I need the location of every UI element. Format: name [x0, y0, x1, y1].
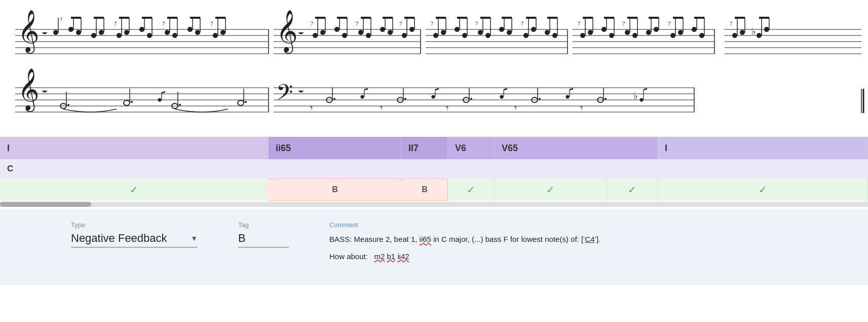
svg-point-200 [245, 101, 247, 103]
svg-text:7: 7 [668, 20, 671, 26]
svg-point-219 [432, 95, 435, 98]
svg-point-130 [580, 33, 585, 38]
svg-point-108 [507, 30, 512, 35]
svg-text:𝄾: 𝄾 [446, 106, 448, 110]
type-field-group: Type Negative Feedback ▼ [71, 221, 198, 247]
svg-point-136 [609, 33, 614, 38]
svg-point-175 [757, 33, 762, 38]
svg-point-103 [485, 33, 490, 38]
svg-text:𝄞: 𝄞 [18, 68, 40, 112]
svg-text:𝄞: 𝄞 [276, 10, 298, 54]
svg-text:♭: ♭ [751, 26, 756, 37]
svg-point-231 [566, 95, 570, 98]
comment-line2: How about: m2 b1 ii42 [329, 250, 600, 263]
underline-m2: m2 [374, 252, 385, 261]
type-dropdown[interactable]: Negative Feedback ▼ [71, 232, 198, 247]
dropdown-arrow-icon: ▼ [191, 234, 198, 242]
chord-row: I ii65 II7 V6 V65 I [0, 137, 868, 159]
svg-point-7 [53, 30, 58, 35]
svg-point-32 [165, 30, 170, 35]
svg-point-107 [499, 27, 504, 32]
svg-point-80 [409, 27, 414, 32]
svg-point-96 [455, 27, 460, 32]
svg-point-192 [131, 101, 133, 103]
svg-point-69 [366, 33, 371, 38]
svg-point-38 [195, 30, 200, 35]
feedback-cell-B1[interactable]: B [269, 178, 401, 201]
svg-point-15 [91, 33, 96, 38]
svg-point-218 [404, 98, 406, 100]
svg-point-225 [500, 95, 504, 98]
svg-point-57 [313, 33, 318, 38]
svg-point-238 [640, 98, 644, 101]
svg-point-157 [692, 27, 697, 32]
svg-point-21 [117, 33, 122, 38]
svg-point-170 [740, 30, 745, 35]
scrollbar-track[interactable] [0, 202, 868, 207]
svg-text:7: 7 [311, 20, 314, 26]
scrollbar-thumb[interactable] [0, 202, 91, 207]
feedback-cell-check5: ✓ [658, 178, 868, 201]
feedback-cell-B2[interactable]: B [401, 178, 448, 201]
svg-point-97 [462, 33, 467, 38]
underline-ii65: ii65 [420, 235, 431, 243]
underline-C4: C4 [585, 235, 594, 243]
svg-point-114 [531, 27, 536, 32]
key-row: C [0, 159, 868, 178]
svg-point-10 [68, 27, 73, 32]
svg-point-141 [625, 30, 630, 35]
key-cell-C[interactable]: C [0, 159, 868, 178]
svg-point-169 [732, 33, 737, 38]
feedback-row: ✓ B B ✓ ✓ ✓ ✓ [0, 178, 868, 201]
svg-point-63 [342, 33, 347, 38]
chord-cell-I2[interactable]: I [658, 137, 868, 159]
svg-point-27 [147, 33, 152, 38]
svg-point-189 [67, 104, 69, 106]
svg-point-212 [333, 98, 335, 100]
tag-value[interactable]: B [238, 232, 289, 247]
svg-point-44 [220, 30, 225, 35]
chord-cell-I1[interactable]: I [0, 137, 269, 159]
svg-point-142 [632, 33, 637, 38]
chord-cell-ii65[interactable]: ii65 [269, 137, 401, 159]
svg-point-118 [545, 30, 550, 35]
svg-point-37 [187, 27, 193, 32]
svg-point-146 [646, 30, 651, 35]
chord-cell-II7[interactable]: II7 [401, 137, 448, 159]
bottom-panel: Type Negative Feedback ▼ Tag B Comment B… [0, 209, 868, 285]
music-score: 𝄞 𝄻 7 7 [0, 0, 868, 137]
svg-point-58 [320, 30, 325, 35]
svg-text:7: 7 [162, 20, 165, 26]
svg-text:𝄾: 𝄾 [514, 106, 517, 110]
annotation-area: I ii65 II7 V6 V65 I C ✓ B [0, 137, 868, 201]
svg-text:𝄻: 𝄻 [298, 32, 304, 34]
svg-point-197 [179, 104, 181, 106]
chord-cell-V6[interactable]: V6 [448, 137, 495, 159]
chord-cell-V65[interactable]: V65 [495, 137, 658, 159]
svg-text:7: 7 [622, 20, 625, 26]
svg-point-68 [358, 30, 363, 35]
svg-point-230 [539, 98, 541, 100]
svg-point-119 [552, 33, 557, 38]
svg-point-213 [361, 95, 364, 98]
svg-text:𝄾: 𝄾 [380, 106, 383, 110]
svg-text:7: 7 [60, 16, 63, 22]
underline-ii42: ii42 [397, 252, 409, 261]
svg-point-158 [699, 33, 704, 38]
type-label: Type [71, 221, 198, 229]
svg-point-135 [601, 27, 607, 32]
svg-text:𝄢: 𝄢 [276, 81, 293, 110]
svg-point-102 [478, 30, 483, 35]
svg-point-26 [139, 27, 144, 32]
svg-point-193 [158, 98, 162, 101]
svg-text:7: 7 [578, 20, 581, 26]
feedback-cell-check3: ✓ [495, 178, 607, 201]
svg-text:7: 7 [475, 20, 478, 26]
svg-point-198 [238, 100, 244, 105]
comment-label: Comment [329, 221, 600, 229]
svg-text:7: 7 [210, 20, 213, 26]
svg-point-73 [380, 27, 385, 32]
svg-point-152 [670, 33, 675, 38]
svg-point-16 [99, 30, 104, 35]
svg-point-43 [213, 33, 218, 38]
